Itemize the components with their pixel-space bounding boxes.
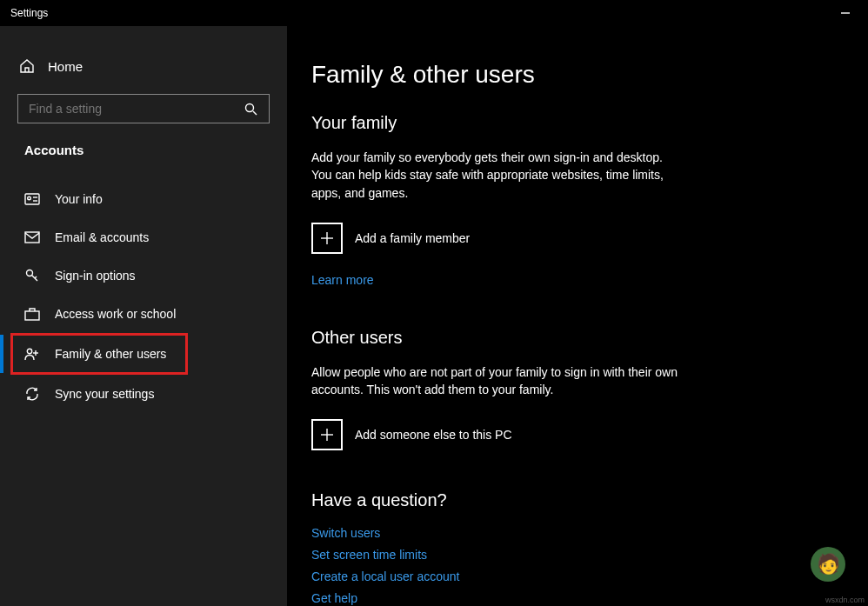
home-icon	[19, 58, 35, 74]
nav-item-work[interactable]: Access work or school	[0, 295, 287, 333]
nav-label: Family & other users	[55, 347, 166, 361]
nav-label: Sync your settings	[55, 387, 154, 401]
sidebar: Home Accounts Your info Em	[0, 26, 287, 606]
nav-item-sync[interactable]: Sync your settings	[0, 375, 287, 413]
search-icon	[243, 101, 258, 117]
page-title: Family & other users	[311, 61, 838, 89]
svg-point-8	[27, 270, 33, 276]
nav-list: Your info Email & accounts Sign-in optio…	[0, 180, 287, 413]
add-other-button[interactable]: Add someone else to this PC	[311, 419, 838, 450]
search-container	[17, 94, 270, 123]
avatar-icon: 🧑	[817, 553, 840, 576]
search-box[interactable]	[17, 94, 270, 123]
category-label: Accounts	[0, 143, 287, 166]
titlebar: Settings	[0, 0, 868, 26]
watermark: wsxdn.com	[825, 596, 865, 604]
link-time-limits[interactable]: Set screen time limits	[311, 548, 838, 562]
home-label: Home	[48, 59, 83, 74]
nav-label: Your info	[55, 192, 103, 206]
nav-label: Access work or school	[55, 307, 176, 321]
nav-item-family[interactable]: Family & other users	[12, 335, 186, 373]
svg-point-4	[28, 196, 31, 200]
nav-label: Sign-in options	[55, 269, 136, 283]
nav-item-email[interactable]: Email & accounts	[0, 218, 287, 256]
link-get-help[interactable]: Get help	[311, 591, 838, 605]
nav-label: Email & accounts	[55, 230, 149, 244]
others-heading: Other users	[311, 328, 838, 348]
briefcase-icon	[24, 306, 40, 322]
plus-icon	[311, 419, 343, 450]
add-family-label: Add a family member	[355, 231, 470, 245]
avatar[interactable]: 🧑	[811, 547, 845, 582]
svg-rect-7	[25, 232, 39, 243]
link-local-account[interactable]: Create a local user account	[311, 569, 838, 583]
family-heading: Your family	[311, 113, 838, 133]
minimize-button[interactable]	[825, 0, 865, 26]
nav-item-signin[interactable]: Sign-in options	[0, 256, 287, 295]
window-controls	[825, 0, 865, 26]
main-content: Family & other users Your family Add you…	[287, 26, 868, 606]
nav-item-your-info[interactable]: Your info	[0, 180, 287, 218]
svg-line-10	[35, 276, 37, 278]
id-card-icon	[24, 191, 40, 207]
people-icon	[24, 346, 40, 362]
window-title: Settings	[10, 7, 48, 19]
key-icon	[24, 268, 40, 283]
question-heading: Have a question?	[311, 490, 838, 510]
link-switch-users[interactable]: Switch users	[311, 526, 838, 540]
home-button[interactable]: Home	[3, 50, 287, 82]
svg-rect-11	[25, 311, 39, 320]
search-input[interactable]	[29, 102, 243, 116]
add-family-button[interactable]: Add a family member	[311, 223, 838, 254]
svg-point-12	[27, 349, 31, 353]
svg-point-1	[245, 103, 253, 111]
sync-icon	[24, 386, 40, 402]
learn-more-link[interactable]: Learn more	[311, 273, 838, 287]
plus-icon	[311, 223, 343, 254]
family-desc: Add your family so everybody gets their …	[311, 149, 685, 202]
add-other-label: Add someone else to this PC	[355, 428, 512, 442]
svg-line-2	[253, 111, 257, 115]
mail-icon	[24, 230, 40, 245]
others-desc: Allow people who are not part of your fa…	[311, 363, 685, 399]
